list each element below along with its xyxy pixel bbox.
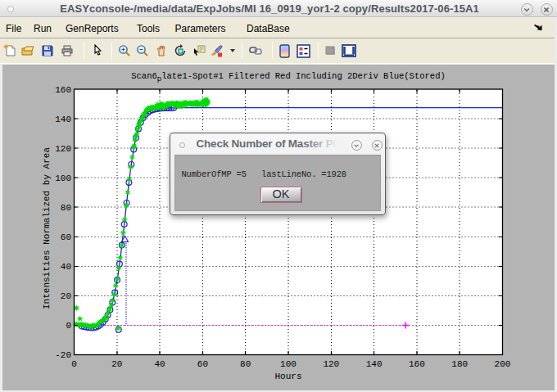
svg-text:20: 20 [111, 359, 122, 369]
svg-text:0: 0 [71, 359, 77, 369]
svg-text:100: 100 [55, 173, 71, 183]
svg-text:80: 80 [240, 359, 251, 369]
svg-text:Intensities Normalized by Area: Intensities Normalized by Area [42, 147, 52, 309]
svg-text:Scan6plate1-Spot#1 Filtered Re: Scan6plate1-Spot#1 Filtered Red Includin… [131, 71, 445, 83]
svg-text:40: 40 [154, 359, 165, 369]
svg-text:120: 120 [55, 144, 71, 154]
svg-text:Hours: Hours [274, 372, 301, 381]
svg-text:40: 40 [61, 262, 71, 272]
svg-text:160: 160 [55, 85, 71, 95]
svg-text:120: 120 [323, 359, 339, 369]
svg-text:180: 180 [451, 359, 468, 369]
svg-text:0: 0 [66, 321, 71, 331]
svg-text:200: 200 [495, 359, 511, 369]
svg-text:140: 140 [55, 115, 71, 124]
svg-text:60: 60 [197, 359, 208, 369]
svg-text:100: 100 [280, 359, 297, 369]
svg-text:60: 60 [61, 232, 71, 242]
svg-text:-20: -20 [55, 350, 71, 360]
svg-text:140: 140 [366, 359, 383, 369]
svg-text:160: 160 [409, 359, 425, 369]
svg-text:20: 20 [61, 291, 71, 301]
svg-text:80: 80 [61, 203, 71, 213]
